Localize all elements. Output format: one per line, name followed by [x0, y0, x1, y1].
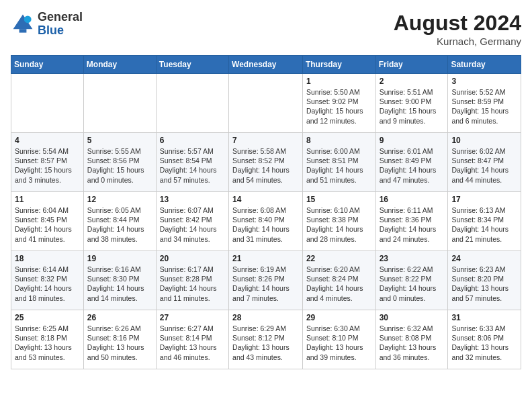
page-header: General Blue August 2024 Kurnach, German… [11, 11, 521, 47]
day-info: Sunrise: 6:07 AM Sunset: 8:42 PM Dayligh… [160, 205, 225, 244]
calendar-cell [229, 74, 303, 133]
calendar-cell: 22Sunrise: 6:20 AM Sunset: 8:24 PM Dayli… [302, 251, 375, 310]
calendar-cell: 3Sunrise: 5:52 AM Sunset: 8:59 PM Daylig… [448, 74, 521, 133]
day-number: 15 [306, 195, 372, 204]
calendar-header: SundayMondayTuesdayWednesdayThursdayFrid… [11, 56, 521, 74]
calendar-cell: 5Sunrise: 5:55 AM Sunset: 8:56 PM Daylig… [83, 133, 156, 192]
day-info: Sunrise: 6:23 AM Sunset: 8:20 PM Dayligh… [451, 265, 517, 303]
calendar-week-3: 11Sunrise: 6:04 AM Sunset: 8:45 PM Dayli… [11, 192, 521, 251]
calendar-cell: 9Sunrise: 6:01 AM Sunset: 8:49 PM Daylig… [375, 133, 448, 192]
day-info: Sunrise: 5:51 AM Sunset: 9:00 PM Dayligh… [380, 87, 445, 126]
col-header-wednesday: Wednesday [229, 56, 303, 74]
day-number: 13 [160, 195, 225, 204]
calendar-cell: 16Sunrise: 6:11 AM Sunset: 8:36 PM Dayli… [375, 192, 448, 251]
calendar-cell: 15Sunrise: 6:10 AM Sunset: 8:38 PM Dayli… [302, 192, 375, 251]
day-number: 17 [451, 195, 517, 204]
logo: General Blue [11, 11, 83, 38]
day-info: Sunrise: 6:26 AM Sunset: 8:16 PM Dayligh… [87, 324, 152, 362]
day-info: Sunrise: 5:54 AM Sunset: 8:57 PM Dayligh… [15, 146, 80, 185]
calendar-cell: 13Sunrise: 6:07 AM Sunset: 8:42 PM Dayli… [156, 192, 228, 251]
day-info: Sunrise: 6:25 AM Sunset: 8:18 PM Dayligh… [15, 324, 80, 362]
day-info: Sunrise: 5:58 AM Sunset: 8:52 PM Dayligh… [232, 146, 299, 185]
calendar-cell: 11Sunrise: 6:04 AM Sunset: 8:45 PM Dayli… [11, 192, 84, 251]
calendar-cell: 20Sunrise: 6:17 AM Sunset: 8:28 PM Dayli… [156, 251, 228, 310]
calendar-cell: 6Sunrise: 5:57 AM Sunset: 8:54 PM Daylig… [156, 133, 228, 192]
day-number: 23 [380, 254, 445, 263]
logo-general: General [38, 11, 83, 24]
day-number: 19 [87, 254, 152, 263]
calendar-cell: 29Sunrise: 6:30 AM Sunset: 8:10 PM Dayli… [302, 310, 375, 369]
day-number: 9 [380, 136, 445, 145]
col-header-saturday: Saturday [448, 56, 521, 74]
calendar-cell: 26Sunrise: 6:26 AM Sunset: 8:16 PM Dayli… [83, 310, 156, 369]
day-info: Sunrise: 6:30 AM Sunset: 8:10 PM Dayligh… [306, 324, 372, 362]
day-number: 18 [15, 254, 80, 263]
day-number: 7 [232, 136, 299, 145]
svg-point-2 [24, 15, 32, 23]
day-info: Sunrise: 6:08 AM Sunset: 8:40 PM Dayligh… [232, 205, 299, 244]
day-info: Sunrise: 6:16 AM Sunset: 8:30 PM Dayligh… [87, 265, 152, 303]
day-number: 30 [380, 313, 445, 322]
day-info: Sunrise: 6:20 AM Sunset: 8:24 PM Dayligh… [306, 265, 372, 303]
calendar-cell: 14Sunrise: 6:08 AM Sunset: 8:40 PM Dayli… [229, 192, 303, 251]
day-info: Sunrise: 6:00 AM Sunset: 8:51 PM Dayligh… [306, 146, 372, 185]
calendar-cell: 7Sunrise: 5:58 AM Sunset: 8:52 PM Daylig… [229, 133, 303, 192]
day-info: Sunrise: 5:55 AM Sunset: 8:56 PM Dayligh… [87, 146, 152, 185]
day-number: 3 [451, 77, 517, 86]
day-number: 25 [15, 313, 80, 322]
calendar-cell: 2Sunrise: 5:51 AM Sunset: 9:00 PM Daylig… [375, 74, 448, 133]
day-number: 31 [451, 313, 517, 322]
logo-text: General Blue [38, 11, 83, 38]
calendar-cell [156, 74, 228, 133]
calendar-cell: 31Sunrise: 6:33 AM Sunset: 8:06 PM Dayli… [448, 310, 521, 369]
col-header-friday: Friday [375, 56, 448, 74]
day-number: 26 [87, 313, 152, 322]
day-info: Sunrise: 5:52 AM Sunset: 8:59 PM Dayligh… [451, 87, 517, 126]
calendar-cell: 28Sunrise: 6:29 AM Sunset: 8:12 PM Dayli… [229, 310, 303, 369]
calendar-cell: 1Sunrise: 5:50 AM Sunset: 9:02 PM Daylig… [302, 74, 375, 133]
calendar-cell: 25Sunrise: 6:25 AM Sunset: 8:18 PM Dayli… [11, 310, 84, 369]
day-number: 28 [232, 313, 299, 322]
day-info: Sunrise: 6:29 AM Sunset: 8:12 PM Dayligh… [232, 324, 299, 362]
day-info: Sunrise: 6:10 AM Sunset: 8:38 PM Dayligh… [306, 205, 372, 244]
calendar-week-4: 18Sunrise: 6:14 AM Sunset: 8:32 PM Dayli… [11, 251, 521, 310]
calendar-week-2: 4Sunrise: 5:54 AM Sunset: 8:57 PM Daylig… [11, 133, 521, 192]
day-number: 2 [380, 77, 445, 86]
day-number: 1 [306, 77, 372, 86]
calendar-week-1: 1Sunrise: 5:50 AM Sunset: 9:02 PM Daylig… [11, 74, 521, 133]
day-number: 5 [87, 136, 152, 145]
calendar-cell: 10Sunrise: 6:02 AM Sunset: 8:47 PM Dayli… [448, 133, 521, 192]
calendar-cell: 24Sunrise: 6:23 AM Sunset: 8:20 PM Dayli… [448, 251, 521, 310]
col-header-thursday: Thursday [302, 56, 375, 74]
day-number: 10 [451, 136, 517, 145]
day-info: Sunrise: 5:50 AM Sunset: 9:02 PM Dayligh… [306, 87, 372, 126]
day-info: Sunrise: 6:02 AM Sunset: 8:47 PM Dayligh… [451, 146, 517, 185]
day-info: Sunrise: 6:13 AM Sunset: 8:34 PM Dayligh… [451, 205, 517, 244]
day-info: Sunrise: 6:05 AM Sunset: 8:44 PM Dayligh… [87, 205, 152, 244]
day-number: 4 [15, 136, 80, 145]
calendar-cell: 30Sunrise: 6:32 AM Sunset: 8:08 PM Dayli… [375, 310, 448, 369]
day-info: Sunrise: 6:17 AM Sunset: 8:28 PM Dayligh… [160, 265, 225, 303]
calendar-cell: 4Sunrise: 5:54 AM Sunset: 8:57 PM Daylig… [11, 133, 84, 192]
calendar-cell: 27Sunrise: 6:27 AM Sunset: 8:14 PM Dayli… [156, 310, 228, 369]
day-number: 11 [15, 195, 80, 204]
calendar-table: SundayMondayTuesdayWednesdayThursdayFrid… [11, 55, 521, 369]
calendar-cell: 17Sunrise: 6:13 AM Sunset: 8:34 PM Dayli… [448, 192, 521, 251]
calendar-cell: 18Sunrise: 6:14 AM Sunset: 8:32 PM Dayli… [11, 251, 84, 310]
day-info: Sunrise: 6:14 AM Sunset: 8:32 PM Dayligh… [15, 265, 80, 303]
day-number: 16 [380, 195, 445, 204]
day-number: 24 [451, 254, 517, 263]
day-number: 29 [306, 313, 372, 322]
day-info: Sunrise: 6:27 AM Sunset: 8:14 PM Dayligh… [160, 324, 225, 362]
day-info: Sunrise: 6:32 AM Sunset: 8:08 PM Dayligh… [380, 324, 445, 362]
day-info: Sunrise: 6:11 AM Sunset: 8:36 PM Dayligh… [380, 205, 445, 244]
header-row: SundayMondayTuesdayWednesdayThursdayFrid… [11, 56, 521, 74]
calendar-cell: 19Sunrise: 6:16 AM Sunset: 8:30 PM Dayli… [83, 251, 156, 310]
day-info: Sunrise: 6:19 AM Sunset: 8:26 PM Dayligh… [232, 265, 299, 303]
title-block: August 2024 Kurnach, Germany [394, 11, 521, 47]
day-number: 27 [160, 313, 225, 322]
calendar-week-5: 25Sunrise: 6:25 AM Sunset: 8:18 PM Dayli… [11, 310, 521, 369]
logo-icon [11, 12, 35, 36]
calendar-cell [83, 74, 156, 133]
calendar-cell: 21Sunrise: 6:19 AM Sunset: 8:26 PM Dayli… [229, 251, 303, 310]
